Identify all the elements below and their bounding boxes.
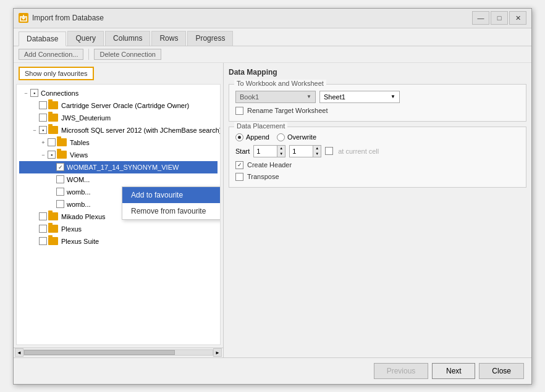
item1-checkbox[interactable]: [39, 114, 47, 122]
item0-expander: [30, 101, 39, 110]
tree-item-6[interactable]: WOM...: [19, 173, 218, 186]
tree-root[interactable]: Connections: [19, 87, 218, 99]
append-radio[interactable]: [235, 133, 243, 141]
item10-checkbox[interactable]: [39, 225, 47, 233]
bottom-buttons: Previous Next Close: [14, 357, 531, 384]
main-window: Import from Database — □ ✕ Database Quer…: [13, 8, 532, 385]
item6-label: WOM...: [67, 176, 90, 183]
tab-columns[interactable]: Columns: [105, 31, 150, 46]
context-add-favourite[interactable]: Add to favourite: [122, 187, 221, 203]
rename-worksheet-checkbox[interactable]: [235, 107, 243, 115]
row-increment-button[interactable]: ▲: [277, 146, 285, 151]
next-button[interactable]: Next: [432, 363, 475, 379]
create-header-checkbox[interactable]: [235, 161, 243, 169]
row-decrement-button[interactable]: ▼: [277, 151, 285, 157]
item8-checkbox[interactable]: [56, 200, 64, 208]
worksheet-value: Sheet1: [324, 93, 345, 101]
scrollbar-track[interactable]: [23, 349, 213, 356]
item4-expander[interactable]: [39, 151, 48, 159]
tab-database[interactable]: Database: [19, 31, 66, 46]
row-value: 1: [254, 146, 277, 157]
item4-folder-icon: [57, 151, 67, 159]
item11-expander: [30, 237, 39, 246]
workbook-legend: To Workbook and Worksheet: [234, 80, 326, 87]
show-favourites-button[interactable]: Show only favourites: [19, 67, 94, 80]
col-spin-arrows[interactable]: ▲ ▼: [313, 146, 321, 157]
item7-expander: [48, 188, 56, 196]
append-radio-item[interactable]: Append: [235, 133, 269, 141]
overwrite-radio[interactable]: [277, 133, 285, 141]
tab-rows[interactable]: Rows: [151, 31, 186, 46]
tab-query[interactable]: Query: [67, 31, 104, 46]
transpose-row: Transpose: [235, 173, 520, 181]
item9-expander: [30, 212, 39, 221]
maximize-button[interactable]: □: [491, 11, 508, 25]
workbook-fieldset: To Workbook and Worksheet Book1 ▼ Sheet1…: [229, 84, 526, 122]
root-label: Connections: [41, 90, 78, 97]
tab-progress[interactable]: Progress: [187, 31, 233, 46]
col-spin-control[interactable]: 1 ▲ ▼: [289, 145, 321, 157]
tree-item-2[interactable]: Microsoft SQL server 2012 (with JChemBas…: [19, 124, 218, 136]
item2-label: Microsoft SQL server 2012 (with JChemBas…: [61, 127, 221, 134]
workbook-dropdown-arrow: ▼: [306, 94, 311, 99]
overwrite-radio-item[interactable]: Overwrite: [277, 133, 316, 141]
tree-item-10[interactable]: Plexus: [19, 223, 218, 235]
add-connection-button[interactable]: Add Connection...: [19, 49, 83, 60]
item5-checkbox[interactable]: [56, 163, 64, 171]
item10-expander: [30, 225, 39, 233]
window-close-button[interactable]: ✕: [509, 11, 526, 25]
item1-label: JWS_Deuterium: [61, 114, 111, 122]
context-menu: Add to favourite Remove from favourite: [122, 186, 221, 220]
item7-label: womb...: [67, 188, 91, 196]
window-title: Import from Database: [32, 14, 472, 22]
context-remove-favourite[interactable]: Remove from favourite: [122, 203, 221, 219]
tree-item-11[interactable]: Plexus Suite: [19, 235, 218, 248]
root-expander[interactable]: [22, 89, 30, 98]
item6-checkbox[interactable]: [56, 175, 64, 183]
item9-checkbox[interactable]: [39, 212, 47, 220]
item11-checkbox[interactable]: [39, 237, 47, 245]
placement-radio-row: Append Overwrite: [235, 133, 520, 141]
tree-container[interactable]: Connections Cartridge Server Oracle (Car…: [16, 84, 221, 345]
transpose-checkbox[interactable]: [235, 173, 243, 181]
workbook-value: Book1: [240, 93, 259, 101]
item7-checkbox[interactable]: [56, 188, 64, 196]
scrollbar-thumb[interactable]: [24, 350, 175, 355]
item3-checkbox[interactable]: [48, 138, 56, 146]
previous-button[interactable]: Previous: [374, 363, 429, 379]
col-decrement-button[interactable]: ▼: [313, 151, 321, 157]
worksheet-dropdown[interactable]: Sheet1 ▼: [319, 91, 400, 103]
item3-expander[interactable]: [39, 138, 48, 147]
scroll-right-button[interactable]: ►: [213, 348, 222, 357]
rename-worksheet-label: Rename Target Worksheet: [247, 107, 327, 114]
horizontal-scrollbar[interactable]: ◄ ►: [14, 348, 223, 357]
append-label: Append: [246, 133, 269, 141]
transpose-label: Transpose: [247, 173, 279, 180]
row-spin-control[interactable]: 1 ▲ ▼: [253, 145, 285, 157]
scroll-left-button[interactable]: ◄: [15, 348, 23, 357]
workbook-dropdown[interactable]: Book1 ▼: [235, 91, 316, 103]
tree-item-5[interactable]: WOMBAT_17_14_SYNONYM_VIEW: [19, 161, 218, 173]
col-increment-button[interactable]: ▲: [313, 146, 321, 151]
at-current-cell-checkbox[interactable]: [325, 147, 333, 155]
item11-folder-icon: [48, 237, 58, 245]
root-checkbox[interactable]: [30, 89, 38, 97]
row-spin-arrows[interactable]: ▲ ▼: [277, 146, 285, 157]
overwrite-label: Overwrite: [287, 133, 316, 141]
delete-connection-button[interactable]: Delete Connection: [94, 49, 161, 60]
tree-item-1[interactable]: JWS_Deuterium: [19, 112, 218, 124]
create-header-row: Create Header: [235, 161, 520, 169]
item2-expander[interactable]: [30, 126, 39, 135]
minimize-button[interactable]: —: [472, 11, 489, 25]
item4-label: Views: [70, 151, 88, 159]
item0-checkbox[interactable]: [39, 101, 47, 109]
tree-item-4[interactable]: Views: [19, 149, 218, 161]
item4-checkbox[interactable]: [48, 151, 56, 159]
item2-checkbox[interactable]: [39, 126, 47, 134]
tree-item-3[interactable]: Tables: [19, 136, 218, 149]
item8-expander: [48, 200, 56, 209]
item0-label: Cartridge Server Oracle (Cartridge Owner…: [61, 102, 189, 109]
tree-item-0[interactable]: Cartridge Server Oracle (Cartridge Owner…: [19, 99, 218, 112]
close-button[interactable]: Close: [479, 363, 524, 379]
worksheet-dropdown-arrow: ▼: [391, 94, 395, 99]
